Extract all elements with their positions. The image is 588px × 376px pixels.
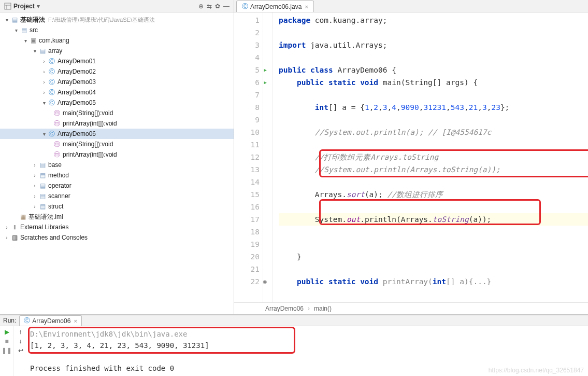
method-icon: ⓜ — [53, 150, 61, 159]
run-toolbar: ▶ ■ ❚❚ — [0, 326, 13, 376]
package-icon: ▤ — [38, 161, 47, 169]
svg-rect-0 — [5, 3, 11, 9]
java-class-icon: Ⓒ — [48, 88, 56, 97]
editor-body[interactable]: 1234 5▶ 6▶ 78910 11121314 15161718 19202… — [234, 12, 588, 302]
console-line: D:\Environment\jdk8\jdk\bin\java.exe — [30, 328, 585, 340]
java-class-icon: Ⓒ — [48, 78, 56, 87]
package-icon: ▤ — [38, 203, 47, 210]
settings-icon[interactable]: ✿ — [215, 3, 220, 10]
tree-class-selected[interactable]: ▾ⒸArrayDemo06 — [0, 129, 234, 139]
package-icon: ▤ — [38, 47, 47, 54]
tree-pkg[interactable]: ▾▣com.kuang — [0, 35, 234, 46]
java-class-icon: Ⓒ — [242, 2, 248, 11]
java-class-icon: Ⓒ — [48, 99, 56, 107]
tree-iml[interactable]: ▦基础语法.iml — [0, 212, 234, 222]
breadcrumb-item[interactable]: main() — [312, 305, 334, 312]
close-tab-icon[interactable]: × — [74, 318, 77, 324]
project-panel: Project ▾ ⊕ ⇆ ✿ — ▾▤基础语法F:\班级管理\网课班\代码\J… — [0, 0, 234, 314]
project-tree: ▾▤基础语法F:\班级管理\网课班\代码\JavaSE\基础语法 ▾▤src ▾… — [0, 12, 234, 245]
method-icon: ⓜ — [53, 109, 61, 118]
run-gutter-icon[interactable]: ▶ — [264, 64, 267, 76]
stop-icon[interactable]: ■ — [5, 338, 8, 345]
tree-pkg-other[interactable]: ›▤method — [0, 170, 234, 180]
editor-tab-label: ArrayDemo06.java — [250, 3, 302, 10]
tree-class[interactable]: ›ⒸArrayDemo04 — [0, 87, 234, 98]
run-tab[interactable]: Ⓒ ArrayDemo06 × — [19, 315, 81, 326]
java-class-icon: Ⓒ — [48, 130, 56, 138]
project-structure-icon — [4, 2, 11, 10]
tree-class[interactable]: ›ⒸArrayDemo01 — [0, 56, 234, 66]
package-icon: ▤ — [38, 182, 47, 189]
fold-column — [263, 12, 273, 302]
console-line: [1, 2, 3, 3, 4, 21, 23, 543, 9090, 31231… — [30, 340, 585, 351]
module-icon: ▤ — [10, 16, 19, 23]
java-class-icon: Ⓒ — [48, 57, 56, 66]
expand-all-icon[interactable]: ⇆ — [207, 3, 212, 10]
tree-method[interactable]: ⓜmain(String[]):void — [0, 108, 234, 118]
gutter: 1234 5▶ 6▶ 78910 11121314 15161718 19202… — [234, 12, 263, 302]
scratches-icon: ▥ — [10, 234, 19, 241]
tree-method[interactable]: ⓜprintArray(int[]):void — [0, 118, 234, 129]
java-class-icon: Ⓒ — [24, 316, 30, 325]
project-panel-title: Project — [13, 3, 35, 10]
package-icon: ▤ — [38, 172, 47, 179]
tree-method[interactable]: ⓜprintArray(int[]):void — [0, 149, 234, 160]
close-tab-icon[interactable]: × — [305, 4, 308, 10]
rerun-icon[interactable]: ▶ — [5, 328, 9, 336]
tree-class[interactable]: ▾ⒸArrayDemo05 — [0, 98, 234, 108]
dropdown-icon[interactable]: ▾ — [37, 3, 40, 10]
tree-class[interactable]: ›ⒸArrayDemo02 — [0, 66, 234, 77]
run-subtoolbar: ↑ ↓ ↩ — [13, 326, 27, 376]
method-icon: ⓜ — [53, 119, 61, 128]
tree-array[interactable]: ▾▤array — [0, 46, 234, 56]
tree-pkg-other[interactable]: ›▤struct — [0, 201, 234, 212]
code-area[interactable]: package com.kuang.array; import java.uti… — [273, 12, 588, 302]
tree-pkg-other[interactable]: ›▤scanner — [0, 191, 234, 201]
tree-ext-libs[interactable]: ›⫴External Libraries — [0, 222, 234, 232]
wrap-icon[interactable]: ↩ — [18, 347, 23, 354]
watermark: https://blog.csdn.net/qq_32651847 — [489, 367, 584, 374]
tree-src[interactable]: ▾▤src — [0, 25, 234, 35]
project-panel-header: Project ▾ ⊕ ⇆ ✿ — — [0, 0, 234, 12]
package-icon: ▤ — [38, 192, 47, 200]
run-gutter-icon[interactable]: ▶ — [264, 76, 267, 89]
run-tab-label: ArrayDemo06 — [32, 317, 70, 325]
down-icon[interactable]: ↓ — [19, 338, 22, 345]
tree-class[interactable]: ›ⒸArrayDemo03 — [0, 77, 234, 87]
java-class-icon: Ⓒ — [48, 67, 56, 76]
editor-tabs: Ⓒ ArrayDemo06.java × — [234, 0, 588, 12]
hide-icon[interactable]: — — [223, 3, 230, 10]
breadcrumb: ArrayDemo06 › main() — [234, 302, 588, 314]
package-icon: ▣ — [29, 37, 37, 44]
libraries-icon: ⫴ — [10, 224, 19, 231]
tree-pkg-other[interactable]: ›▤base — [0, 160, 234, 170]
iml-file-icon: ▦ — [19, 213, 27, 220]
src-folder-icon: ▤ — [20, 26, 28, 34]
tree-root[interactable]: ▾▤基础语法F:\班级管理\网课班\代码\JavaSE\基础语法 — [0, 15, 234, 25]
run-panel: Run: Ⓒ ArrayDemo06 × ▶ ■ ❚❚ ↑ ↓ ↩ D:\Env… — [0, 314, 588, 373]
chevron-right-icon: › — [306, 305, 312, 312]
pause-icon[interactable]: ❚❚ — [2, 347, 12, 354]
run-title: Run: — [3, 317, 16, 324]
method-icon: ⓜ — [53, 140, 61, 149]
run-header: Run: Ⓒ ArrayDemo06 × — [0, 315, 588, 326]
editor-tab[interactable]: Ⓒ ArrayDemo06.java × — [236, 1, 314, 12]
tree-method[interactable]: ⓜmain(String[]):void — [0, 139, 234, 149]
editor-panel: Ⓒ ArrayDemo06.java × 1234 5▶ 6▶ 78910 11… — [234, 0, 588, 314]
override-gutter-icon[interactable]: ◉ — [263, 275, 267, 288]
select-opened-icon[interactable]: ⊕ — [198, 3, 204, 10]
tree-pkg-other[interactable]: ›▤operator — [0, 180, 234, 191]
breadcrumb-item[interactable]: ArrayDemo06 — [263, 305, 306, 312]
tree-scratches[interactable]: ›▥Scratches and Consoles — [0, 232, 234, 243]
up-icon[interactable]: ↑ — [19, 328, 22, 336]
